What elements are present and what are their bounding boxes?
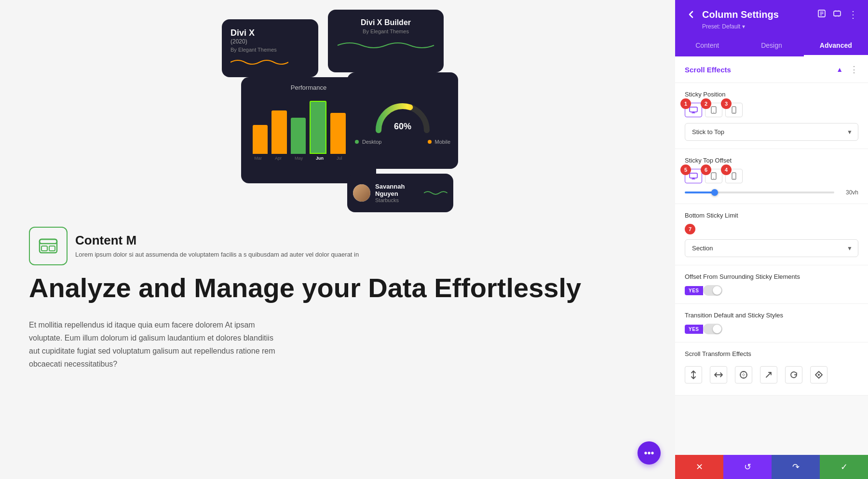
bar-4 (310, 101, 326, 154)
label-may: May (295, 156, 303, 161)
reset-icon: ↺ (744, 462, 751, 472)
bottom-sticky-limit-label: Bottom Sticky Limit (685, 212, 738, 219)
offset-surrounding-row: Offset From Surrounding Sticky Elements … (675, 265, 868, 304)
content-lorem-text: Lorem ipsum dolor si aut assumenda de vo… (75, 250, 359, 260)
device-btn-tablet-2[interactable]: 2 (705, 103, 722, 117)
panel-tabs: Content Design Advanced (675, 36, 868, 56)
panel-footer: ✕ ↺ ↷ ✓ (675, 455, 868, 479)
desktop-dot (355, 140, 359, 144)
undo-button[interactable]: ↷ (772, 455, 820, 479)
transform-vertical-icon[interactable] (685, 366, 702, 383)
save-icon: ✓ (841, 462, 848, 472)
save-button[interactable]: ✓ (820, 455, 868, 479)
toggle-track-offset[interactable] (703, 285, 722, 296)
transform-blur-icon[interactable] (810, 366, 827, 383)
scroll-effects-header: Scroll Effects ▲ ⋮ (675, 56, 868, 83)
gauge-desktop-label: Desktop (355, 139, 381, 145)
bottom-sticky-limit-select-wrapper: None Section Row Column ▼ (685, 239, 858, 257)
toggle-offset[interactable]: YES (685, 285, 722, 296)
avatar (353, 184, 370, 202)
svg-point-17 (740, 371, 747, 378)
resize-icon[interactable] (833, 9, 841, 20)
content-heading: Content M Lorem ipsum dolor si aut assum… (75, 233, 359, 260)
main-canvas: Divi X (2020) By Elegant Themes Divi X B… (0, 0, 675, 479)
slider-track[interactable] (685, 192, 834, 193)
bottom-sticky-limit-row: Bottom Sticky Limit 7 None Section Row C… (675, 204, 868, 265)
sticky-top-offset-label: Sticky Top Offset (685, 157, 858, 164)
sticky-position-row: Sticky Position 1 2 (675, 83, 868, 149)
layout-svg (38, 235, 59, 257)
expand-icon[interactable] (817, 9, 826, 20)
preset-label[interactable]: Preset: Default ▾ (702, 23, 858, 30)
panel-body: Scroll Effects ▲ ⋮ Sticky Position 1 (675, 56, 868, 455)
badge-1: 1 (680, 98, 691, 109)
slider-fill (685, 192, 715, 193)
device-btn-tablet-6[interactable]: 6 (705, 169, 722, 183)
tab-content[interactable]: Content (675, 36, 739, 56)
tablet-icon-1 (711, 106, 717, 114)
toggle-track-transition[interactable] (703, 324, 722, 334)
label-mar: Mar (254, 156, 262, 161)
badge-4: 4 (721, 164, 732, 175)
svg-rect-6 (834, 11, 841, 16)
dashboard-preview: Divi X (2020) By Elegant Themes Divi X B… (217, 10, 458, 212)
device-btn-mobile-4[interactable]: 4 (725, 169, 743, 183)
label-jun: Jun (316, 156, 324, 161)
bar-1 (253, 125, 268, 154)
fab-button[interactable]: ••• (637, 441, 661, 465)
transform-icons-row (685, 362, 858, 387)
gauge-labels: Desktop Mobile (355, 139, 450, 145)
slider-row: 30vh (685, 189, 858, 196)
svg-rect-4 (49, 246, 55, 251)
gauge-svg: 60% (371, 96, 434, 135)
bar-3 (291, 118, 306, 154)
panel-title: Column Settings (702, 9, 817, 20)
slider-value: 30vh (840, 189, 858, 196)
label-apr: Apr (275, 156, 282, 161)
card-divi-x-title: Divi X (231, 28, 310, 38)
svg-point-16 (733, 178, 734, 179)
transform-rotate-icon[interactable] (785, 366, 802, 383)
device-selector-row: 1 2 (685, 103, 858, 117)
main-heading: Analyze and Manage your Data Effortlessl… (29, 273, 646, 303)
cancel-button[interactable]: ✕ (675, 455, 723, 479)
scroll-effects-title: Scroll Effects (685, 66, 731, 74)
svg-point-18 (818, 374, 820, 376)
card-builder: Divi X Builder By Elegant Themes (328, 10, 444, 72)
collapse-icon[interactable]: ▲ (836, 66, 843, 73)
device-btn-mobile-3[interactable]: 3 (725, 103, 743, 117)
sticky-position-label: Sticky Position (685, 91, 858, 98)
panel-header-icons: ⋮ (817, 9, 858, 20)
desktop-icon-2 (689, 173, 698, 179)
cancel-icon: ✕ (696, 462, 703, 472)
more-options-icon[interactable]: ⋮ (848, 9, 858, 20)
card-divi-x-year: (2020) (231, 38, 310, 45)
transform-horizontal-icon[interactable] (710, 366, 727, 383)
section-more-icon[interactable]: ⋮ (850, 64, 858, 75)
back-button[interactable] (685, 8, 698, 21)
svg-point-11 (733, 112, 734, 113)
body-text: Et mollitia repellendus id itaque quia e… (29, 318, 285, 371)
toggle-transition[interactable]: YES (685, 324, 722, 334)
transform-scale-icon[interactable] (760, 366, 777, 383)
bottom-sticky-limit-select[interactable]: None Section Row Column (685, 239, 858, 257)
undo-icon: ↷ (792, 462, 800, 472)
mobile-dot (428, 140, 432, 144)
panel-header: Column Settings ⋮ Preset: Default ▾ (675, 0, 868, 36)
tab-design[interactable]: Design (739, 36, 803, 56)
device-btn-desktop-5[interactable]: 5 (685, 169, 702, 183)
reset-button[interactable]: ↺ (723, 455, 772, 479)
desktop-icon-1 (689, 107, 698, 113)
sticky-position-select[interactable]: None Stick to Top Stick to Bottom (685, 123, 858, 141)
back-icon (687, 10, 696, 19)
toggle-thumb-offset (713, 286, 721, 295)
badge-5: 5 (680, 164, 691, 175)
mobile-icon-2 (732, 172, 736, 180)
transform-opacity-icon[interactable] (735, 366, 752, 383)
tablet-icon-2 (711, 172, 717, 180)
slider-thumb[interactable] (711, 189, 718, 196)
tab-advanced[interactable]: Advanced (804, 36, 868, 56)
svg-point-9 (713, 112, 714, 113)
device-btn-desktop-1[interactable]: 1 (685, 103, 702, 117)
bar-5 (330, 113, 345, 154)
